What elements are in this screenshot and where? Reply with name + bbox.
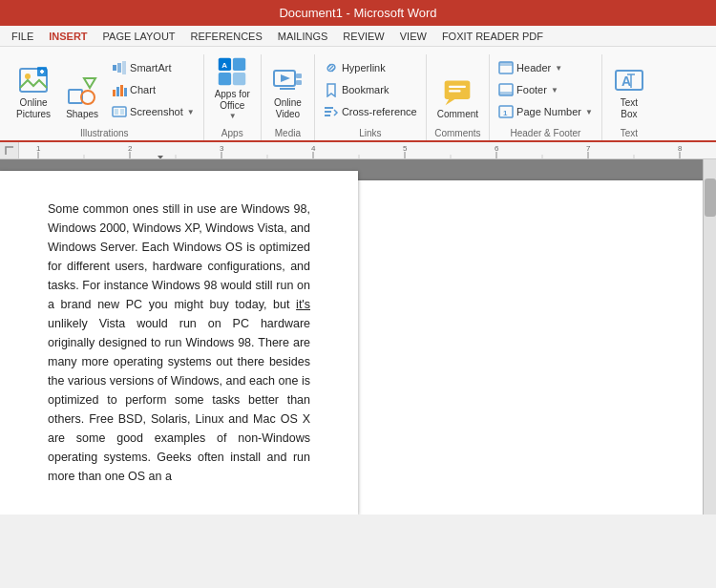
- shapes-icon: [67, 76, 97, 107]
- menu-references[interactable]: REFERENCES: [183, 29, 270, 44]
- menu-review[interactable]: REVIEW: [335, 29, 391, 44]
- ruler-horizontal: 1 2 3 4 5 6 7 8: [19, 142, 716, 159]
- ribbon-group-text: A TextBox Text: [602, 54, 656, 140]
- page-number-icon: 1: [498, 104, 514, 119]
- screenshot-dropdown: ▼: [187, 108, 195, 116]
- page-number-button[interactable]: 1 Page Number ▼: [494, 101, 598, 122]
- menu-file[interactable]: FILE: [4, 29, 41, 44]
- links-items: Hyperlink Bookmark: [319, 54, 422, 125]
- document-area: Some common ones still in use are Window…: [0, 159, 716, 514]
- menu-foxit[interactable]: FOXIT READER PDF: [434, 29, 551, 44]
- footer-label: Footer: [516, 84, 547, 95]
- menu-view[interactable]: VIEW: [392, 29, 434, 44]
- apps-items: A Apps forOffice ▼: [208, 54, 257, 125]
- comment-button[interactable]: Comment: [431, 54, 485, 125]
- apps-for-office-button[interactable]: A Apps forOffice ▼: [208, 54, 257, 125]
- smartart-label: SmartArt: [130, 62, 171, 74]
- svg-rect-16: [115, 109, 118, 115]
- svg-rect-26: [296, 80, 302, 85]
- chart-button[interactable]: Chart: [107, 79, 200, 100]
- svg-rect-10: [122, 61, 126, 74]
- header-dropdown: ▼: [555, 64, 562, 73]
- svg-text:5: 5: [403, 144, 408, 153]
- svg-rect-13: [120, 85, 123, 96]
- svg-point-6: [81, 91, 95, 104]
- svg-rect-11: [113, 90, 116, 96]
- svg-rect-14: [124, 88, 127, 96]
- document-page-1: Some common ones still in use are Window…: [0, 171, 358, 514]
- shapes-button[interactable]: Shapes: [59, 54, 105, 125]
- pagenum-dropdown: ▼: [585, 108, 593, 116]
- apps-for-office-label: Apps forOffice: [215, 89, 250, 112]
- apps-dropdown: ▼: [229, 112, 237, 120]
- svg-text:8: 8: [678, 144, 683, 153]
- smartart-button[interactable]: SmartArt: [107, 57, 200, 78]
- hf-col: Header ▼ Footer ▼: [494, 54, 598, 125]
- menu-insert[interactable]: INSERT: [41, 29, 95, 44]
- screenshot-label: Screenshot: [130, 106, 183, 117]
- text-group-label: Text: [606, 125, 652, 140]
- comments-items: Comment: [431, 54, 485, 125]
- svg-rect-32: [445, 80, 471, 99]
- header-button[interactable]: Header ▼: [494, 57, 598, 78]
- svg-rect-25: [296, 74, 302, 78]
- footer-button[interactable]: Footer ▼: [494, 79, 598, 100]
- links-group-label: Links: [319, 125, 422, 140]
- underline-word: it's: [296, 298, 310, 311]
- illustrations-group-label: Illustrations: [10, 125, 200, 140]
- header-footer-items: Header ▼ Footer ▼: [494, 54, 598, 125]
- svg-text:6: 6: [495, 144, 499, 153]
- text-box-button[interactable]: A TextBox: [607, 54, 651, 125]
- svg-rect-37: [499, 62, 513, 66]
- ribbon: OnlinePictures Shapes: [0, 47, 716, 142]
- text-box-label: TextBox: [621, 97, 638, 120]
- title-bar: Document1 - Microsoft Word: [0, 0, 716, 26]
- header-label: Header: [516, 62, 551, 74]
- online-video-button[interactable]: OnlineVideo: [265, 54, 309, 125]
- bookmark-button[interactable]: Bookmark: [319, 79, 422, 100]
- apps-for-office-icon: A: [217, 56, 247, 87]
- svg-text:A: A: [621, 74, 631, 89]
- svg-text:1: 1: [503, 109, 508, 117]
- svg-rect-20: [219, 73, 231, 85]
- svg-rect-19: [233, 58, 245, 71]
- text-items: A TextBox: [607, 54, 651, 125]
- ribbon-group-comments: Comment Comments: [427, 54, 490, 140]
- cross-reference-button[interactable]: Cross-reference: [319, 101, 422, 122]
- chart-icon: [112, 82, 127, 97]
- document-page-2: [358, 180, 716, 514]
- svg-point-1: [25, 74, 31, 79]
- svg-rect-21: [233, 73, 245, 85]
- online-pictures-icon: [18, 65, 49, 95]
- online-video-icon: [272, 65, 303, 95]
- bookmark-label: Bookmark: [342, 84, 390, 95]
- header-footer-group-label: Header & Footer: [494, 125, 598, 140]
- media-group-label: Media: [265, 125, 310, 140]
- svg-text:2: 2: [128, 144, 133, 153]
- vertical-scrollbar[interactable]: [703, 159, 716, 514]
- svg-rect-39: [499, 92, 513, 95]
- illustrations-items: OnlinePictures Shapes: [10, 54, 200, 125]
- svg-text:A: A: [222, 61, 228, 70]
- smartart-icon: [112, 60, 127, 75]
- screenshot-button[interactable]: Screenshot ▼: [107, 101, 200, 122]
- menu-mailings[interactable]: MAILINGS: [270, 29, 336, 44]
- svg-rect-29: [325, 107, 333, 109]
- svg-text:3: 3: [220, 144, 224, 153]
- hyperlink-label: Hyperlink: [342, 62, 386, 74]
- header-icon: [498, 60, 514, 75]
- ruler-corner: [0, 142, 19, 159]
- svg-marker-70: [158, 156, 163, 159]
- menu-page-layout[interactable]: PAGE LAYOUT: [95, 29, 183, 44]
- online-pictures-button[interactable]: OnlinePictures: [10, 54, 57, 125]
- comment-icon: [442, 76, 473, 107]
- online-pictures-label: OnlinePictures: [16, 97, 51, 120]
- page-number-label: Page Number: [516, 106, 581, 117]
- hyperlink-button[interactable]: Hyperlink: [319, 57, 422, 78]
- bookmark-icon: [324, 82, 339, 97]
- cross-reference-label: Cross-reference: [342, 106, 417, 117]
- footer-icon: [498, 82, 514, 97]
- svg-rect-34: [450, 86, 467, 88]
- svg-text:7: 7: [586, 144, 591, 153]
- svg-marker-24: [281, 74, 290, 82]
